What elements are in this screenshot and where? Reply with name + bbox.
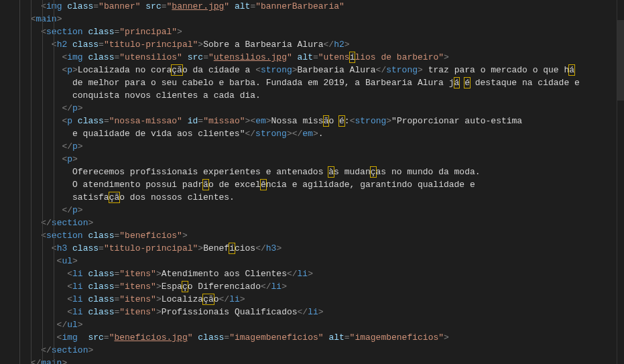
code-line[interactable]: satisfação dos nossos clientes. [20,191,617,204]
code-line[interactable]: <section class="principal"> [20,25,617,38]
minimap[interactable] [617,0,624,364]
code-line[interactable]: </ul> [20,318,617,331]
code-line[interactable]: O atendimento possui padrão de excelênci… [20,178,617,191]
code-line[interactable]: </section> [20,344,617,357]
code-line[interactable]: </p> [20,140,617,153]
code-line[interactable]: <li class="itens">Atendimento aos Client… [20,267,617,280]
code-line[interactable]: e qualidade de vida aos clientes"</stron… [20,127,617,140]
code-line[interactable]: Oferecemos profissionais experientes e a… [20,166,617,178]
code-line[interactable]: <img src="beneficios.jpg" class="imagemb… [20,331,617,344]
code-line[interactable]: <li class="itens">Profissionais Qualific… [20,306,617,318]
code-line[interactable]: <p>Localizada no coração da cidade a <st… [20,64,617,76]
code-line[interactable]: <main> [20,13,617,25]
code-line[interactable]: <img class="banner" src="banner.jpg" alt… [20,0,617,13]
line-number-gutter [0,0,12,364]
code-line[interactable]: </main> [20,357,617,364]
code-line[interactable]: <li class="itens">Localização</li> [20,293,617,306]
code-line[interactable]: de melhor para o seu cabelo e barba. Fun… [20,76,617,89]
code-line[interactable]: </p> [20,204,617,217]
code-line[interactable]: <h3 class="titulo-principal">Benefícios<… [20,242,617,255]
code-line[interactable]: <ul> [20,255,617,267]
code-line[interactable]: <li class="itens">Espaço Diferenciado</l… [20,280,617,293]
minimap-slider[interactable] [617,20,624,101]
fold-gutter[interactable] [12,0,20,364]
code-line[interactable]: <h2 class="titulo-principal">Sobre a Bar… [20,38,617,51]
code-line[interactable]: conquista novos clientes a cada dia. [20,89,617,102]
code-line[interactable]: <img class="utensilios" src="utensilios.… [20,51,617,64]
code-editor[interactable]: <img class="banner" src="banner.jpg" alt… [0,0,624,364]
code-line[interactable]: <p> [20,153,617,166]
code-line[interactable]: </section> [20,217,617,229]
code-line[interactable]: <p class="nossa-missao" id="missao"><em>… [20,115,617,127]
code-line[interactable]: <section class="beneficios"> [20,229,617,242]
code-line[interactable]: </p> [20,102,617,115]
code-area[interactable]: <img class="banner" src="banner.jpg" alt… [20,0,617,364]
